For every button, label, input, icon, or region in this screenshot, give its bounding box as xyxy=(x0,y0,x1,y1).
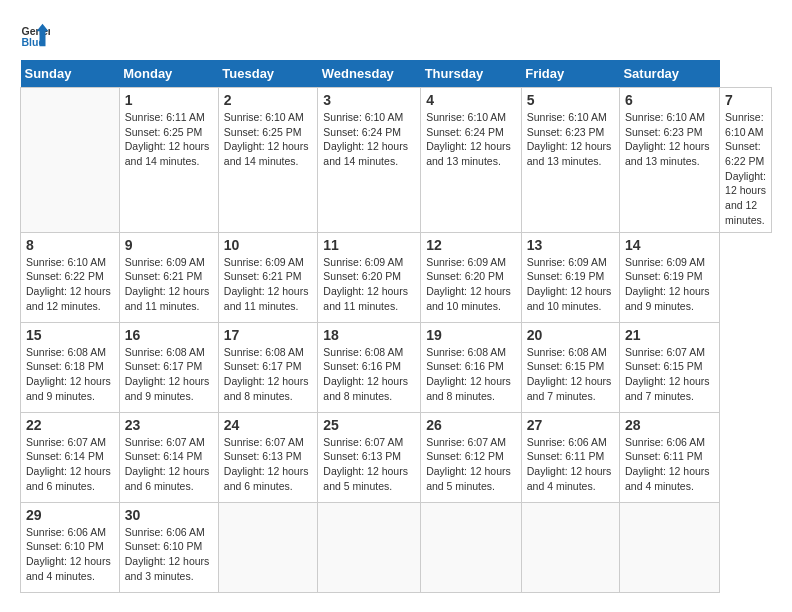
header-day: Thursday xyxy=(421,60,522,88)
logo-icon: General Blue xyxy=(20,20,50,50)
day-info: Sunrise: 6:06 AMSunset: 6:10 PMDaylight:… xyxy=(26,525,114,584)
calendar-week-row: 8Sunrise: 6:10 AMSunset: 6:22 PMDaylight… xyxy=(21,232,772,322)
header-day: Friday xyxy=(521,60,619,88)
day-number: 2 xyxy=(224,92,313,108)
day-info: Sunrise: 6:10 AMSunset: 6:25 PMDaylight:… xyxy=(224,110,313,169)
day-info: Sunrise: 6:10 AMSunset: 6:24 PMDaylight:… xyxy=(323,110,415,169)
day-number: 19 xyxy=(426,327,516,343)
day-info: Sunrise: 6:08 AMSunset: 6:17 PMDaylight:… xyxy=(125,345,213,404)
day-number: 24 xyxy=(224,417,313,433)
day-number: 4 xyxy=(426,92,516,108)
calendar-day-cell xyxy=(521,502,619,592)
day-info: Sunrise: 6:09 AMSunset: 6:20 PMDaylight:… xyxy=(323,255,415,314)
day-info: Sunrise: 6:09 AMSunset: 6:20 PMDaylight:… xyxy=(426,255,516,314)
calendar-day-cell: 27Sunrise: 6:06 AMSunset: 6:11 PMDayligh… xyxy=(521,412,619,502)
day-number: 6 xyxy=(625,92,714,108)
calendar-day-cell: 20Sunrise: 6:08 AMSunset: 6:15 PMDayligh… xyxy=(521,322,619,412)
day-number: 21 xyxy=(625,327,714,343)
day-number: 18 xyxy=(323,327,415,343)
day-number: 8 xyxy=(26,237,114,253)
day-number: 27 xyxy=(527,417,614,433)
calendar-day-cell xyxy=(218,502,318,592)
logo: General Blue xyxy=(20,20,54,50)
day-info: Sunrise: 6:10 AMSunset: 6:22 PMDaylight:… xyxy=(725,110,766,228)
day-number: 26 xyxy=(426,417,516,433)
day-info: Sunrise: 6:08 AMSunset: 6:18 PMDaylight:… xyxy=(26,345,114,404)
calendar-day-cell: 11Sunrise: 6:09 AMSunset: 6:20 PMDayligh… xyxy=(318,232,421,322)
calendar-day-cell: 21Sunrise: 6:07 AMSunset: 6:15 PMDayligh… xyxy=(619,322,719,412)
day-number: 23 xyxy=(125,417,213,433)
day-info: Sunrise: 6:09 AMSunset: 6:21 PMDaylight:… xyxy=(224,255,313,314)
day-info: Sunrise: 6:06 AMSunset: 6:10 PMDaylight:… xyxy=(125,525,213,584)
header-day: Saturday xyxy=(619,60,719,88)
day-info: Sunrise: 6:08 AMSunset: 6:16 PMDaylight:… xyxy=(426,345,516,404)
day-info: Sunrise: 6:07 AMSunset: 6:13 PMDaylight:… xyxy=(224,435,313,494)
day-number: 5 xyxy=(527,92,614,108)
day-number: 22 xyxy=(26,417,114,433)
calendar-day-cell: 26Sunrise: 6:07 AMSunset: 6:12 PMDayligh… xyxy=(421,412,522,502)
day-info: Sunrise: 6:10 AMSunset: 6:22 PMDaylight:… xyxy=(26,255,114,314)
day-info: Sunrise: 6:07 AMSunset: 6:14 PMDaylight:… xyxy=(125,435,213,494)
calendar-day-cell: 14Sunrise: 6:09 AMSunset: 6:19 PMDayligh… xyxy=(619,232,719,322)
calendar-day-cell: 30Sunrise: 6:06 AMSunset: 6:10 PMDayligh… xyxy=(119,502,218,592)
calendar-day-cell: 28Sunrise: 6:06 AMSunset: 6:11 PMDayligh… xyxy=(619,412,719,502)
day-number: 14 xyxy=(625,237,714,253)
calendar-day-cell: 12Sunrise: 6:09 AMSunset: 6:20 PMDayligh… xyxy=(421,232,522,322)
calendar-day-cell: 9Sunrise: 6:09 AMSunset: 6:21 PMDaylight… xyxy=(119,232,218,322)
day-info: Sunrise: 6:09 AMSunset: 6:19 PMDaylight:… xyxy=(527,255,614,314)
calendar-day-cell: 15Sunrise: 6:08 AMSunset: 6:18 PMDayligh… xyxy=(21,322,120,412)
day-number: 25 xyxy=(323,417,415,433)
day-info: Sunrise: 6:10 AMSunset: 6:24 PMDaylight:… xyxy=(426,110,516,169)
calendar-day-cell: 29Sunrise: 6:06 AMSunset: 6:10 PMDayligh… xyxy=(21,502,120,592)
calendar-day-cell: 5Sunrise: 6:10 AMSunset: 6:23 PMDaylight… xyxy=(521,88,619,233)
calendar-day-cell: 16Sunrise: 6:08 AMSunset: 6:17 PMDayligh… xyxy=(119,322,218,412)
day-number: 20 xyxy=(527,327,614,343)
calendar-empty-cell xyxy=(21,88,120,233)
calendar-day-cell xyxy=(619,502,719,592)
calendar-week-row: 1Sunrise: 6:11 AMSunset: 6:25 PMDaylight… xyxy=(21,88,772,233)
day-info: Sunrise: 6:07 AMSunset: 6:12 PMDaylight:… xyxy=(426,435,516,494)
calendar-day-cell: 7Sunrise: 6:10 AMSunset: 6:22 PMDaylight… xyxy=(720,88,772,233)
header-day: Tuesday xyxy=(218,60,318,88)
calendar-day-cell: 2Sunrise: 6:10 AMSunset: 6:25 PMDaylight… xyxy=(218,88,318,233)
page-header: General Blue xyxy=(20,20,772,50)
day-number: 16 xyxy=(125,327,213,343)
header-day: Wednesday xyxy=(318,60,421,88)
calendar-day-cell xyxy=(318,502,421,592)
day-info: Sunrise: 6:11 AMSunset: 6:25 PMDaylight:… xyxy=(125,110,213,169)
day-number: 28 xyxy=(625,417,714,433)
day-info: Sunrise: 6:10 AMSunset: 6:23 PMDaylight:… xyxy=(527,110,614,169)
calendar-day-cell: 13Sunrise: 6:09 AMSunset: 6:19 PMDayligh… xyxy=(521,232,619,322)
calendar-day-cell: 25Sunrise: 6:07 AMSunset: 6:13 PMDayligh… xyxy=(318,412,421,502)
calendar-week-row: 15Sunrise: 6:08 AMSunset: 6:18 PMDayligh… xyxy=(21,322,772,412)
day-number: 30 xyxy=(125,507,213,523)
day-info: Sunrise: 6:10 AMSunset: 6:23 PMDaylight:… xyxy=(625,110,714,169)
day-number: 11 xyxy=(323,237,415,253)
day-number: 3 xyxy=(323,92,415,108)
day-number: 15 xyxy=(26,327,114,343)
day-info: Sunrise: 6:07 AMSunset: 6:14 PMDaylight:… xyxy=(26,435,114,494)
calendar-week-row: 22Sunrise: 6:07 AMSunset: 6:14 PMDayligh… xyxy=(21,412,772,502)
day-info: Sunrise: 6:08 AMSunset: 6:17 PMDaylight:… xyxy=(224,345,313,404)
calendar-day-cell: 23Sunrise: 6:07 AMSunset: 6:14 PMDayligh… xyxy=(119,412,218,502)
calendar-day-cell: 18Sunrise: 6:08 AMSunset: 6:16 PMDayligh… xyxy=(318,322,421,412)
day-info: Sunrise: 6:07 AMSunset: 6:13 PMDaylight:… xyxy=(323,435,415,494)
day-number: 29 xyxy=(26,507,114,523)
calendar-day-cell: 1Sunrise: 6:11 AMSunset: 6:25 PMDaylight… xyxy=(119,88,218,233)
calendar-day-cell xyxy=(421,502,522,592)
calendar-day-cell: 3Sunrise: 6:10 AMSunset: 6:24 PMDaylight… xyxy=(318,88,421,233)
day-info: Sunrise: 6:06 AMSunset: 6:11 PMDaylight:… xyxy=(625,435,714,494)
day-number: 10 xyxy=(224,237,313,253)
day-info: Sunrise: 6:09 AMSunset: 6:19 PMDaylight:… xyxy=(625,255,714,314)
day-info: Sunrise: 6:06 AMSunset: 6:11 PMDaylight:… xyxy=(527,435,614,494)
calendar-day-cell: 4Sunrise: 6:10 AMSunset: 6:24 PMDaylight… xyxy=(421,88,522,233)
day-number: 1 xyxy=(125,92,213,108)
calendar-day-cell: 6Sunrise: 6:10 AMSunset: 6:23 PMDaylight… xyxy=(619,88,719,233)
day-info: Sunrise: 6:08 AMSunset: 6:15 PMDaylight:… xyxy=(527,345,614,404)
day-info: Sunrise: 6:08 AMSunset: 6:16 PMDaylight:… xyxy=(323,345,415,404)
calendar-table: SundayMondayTuesdayWednesdayThursdayFrid… xyxy=(20,60,772,593)
calendar-day-cell: 24Sunrise: 6:07 AMSunset: 6:13 PMDayligh… xyxy=(218,412,318,502)
day-number: 7 xyxy=(725,92,766,108)
calendar-day-cell: 10Sunrise: 6:09 AMSunset: 6:21 PMDayligh… xyxy=(218,232,318,322)
calendar-day-cell: 22Sunrise: 6:07 AMSunset: 6:14 PMDayligh… xyxy=(21,412,120,502)
